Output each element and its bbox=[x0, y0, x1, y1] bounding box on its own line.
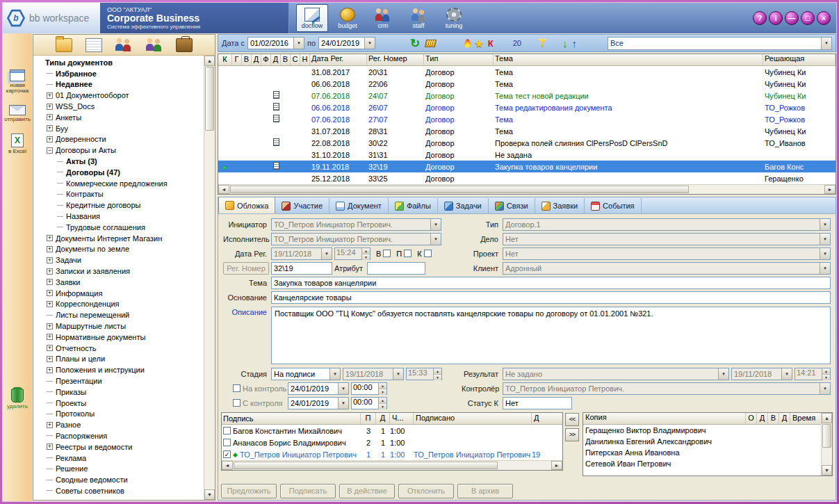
flag-column-header[interactable]: Д bbox=[252, 54, 261, 65]
tree-item[interactable]: Трудовые соглашения bbox=[33, 222, 204, 233]
flag-column-header[interactable]: В bbox=[242, 54, 252, 65]
regdate-picker[interactable]: 19/11/2018 ▼ bbox=[271, 247, 332, 260]
scroll-thumb[interactable] bbox=[822, 424, 831, 448]
scope-select[interactable]: Все ▼ bbox=[608, 37, 832, 50]
oncontrol-checkbox[interactable] bbox=[233, 384, 241, 392]
expand-plus-icon[interactable]: + bbox=[47, 92, 53, 99]
module-crm[interactable]: crm bbox=[367, 4, 399, 32]
scroll-down-icon[interactable]: ▼ bbox=[822, 465, 832, 475]
k-filter-icon[interactable] bbox=[488, 39, 494, 48]
regnum-button[interactable]: Рег. Номер bbox=[223, 262, 269, 275]
dropdown-arrow-icon[interactable]: ▼ bbox=[820, 234, 830, 245]
info-button[interactable]: i bbox=[769, 11, 783, 25]
stage-date-picker[interactable]: 19/11/2018 ▼ bbox=[343, 368, 404, 380]
tree-item[interactable]: +Положения и инструкции bbox=[33, 364, 204, 375]
expand-plus-icon[interactable]: + bbox=[47, 444, 53, 450]
spinner-arrows-icon[interactable]: ▲▼ bbox=[378, 383, 386, 394]
refresh-icon[interactable] bbox=[410, 38, 420, 49]
scroll-thumb[interactable] bbox=[230, 186, 689, 193]
document-row[interactable]: 07.06.201827\07ДоговорТемаТО_Рожков bbox=[218, 113, 836, 125]
tree-item[interactable]: Акты (3) bbox=[33, 156, 204, 167]
scroll-right-icon[interactable]: ► bbox=[551, 461, 562, 470]
expand-plus-icon[interactable]: + bbox=[47, 235, 53, 241]
dropdown-arrow-icon[interactable]: ▼ bbox=[820, 219, 830, 230]
dropdown-arrow-icon[interactable]: ▼ bbox=[820, 383, 830, 394]
spinner-arrows-icon[interactable]: ▲▼ bbox=[433, 368, 441, 380]
tree-item[interactable]: +WSS_Docs bbox=[33, 101, 204, 112]
tree-item[interactable]: Типы документов bbox=[33, 57, 204, 68]
tree-item[interactable]: Проекты bbox=[33, 398, 204, 409]
copy-column-header[interactable]: Д bbox=[779, 413, 790, 424]
description-field[interactable]: Поставщик ООО "ТЦ Комус" обязуется поста… bbox=[271, 307, 831, 364]
copy-column-header[interactable]: О bbox=[746, 413, 757, 424]
expand-plus-icon[interactable]: + bbox=[47, 356, 53, 362]
tree-item[interactable]: +Записки и заявления bbox=[33, 266, 204, 277]
tree-item[interactable]: Названия bbox=[33, 211, 204, 222]
offcontrol-time-spinner[interactable]: 00:00 ▲▼ bbox=[351, 397, 387, 409]
tree-item[interactable]: +Корреспонденция bbox=[33, 299, 204, 310]
delete-button[interactable]: удалить bbox=[3, 389, 31, 409]
flag-column-header[interactable]: Н bbox=[300, 54, 310, 65]
date-to-field[interactable]: 24/01/2019 ▼ bbox=[318, 37, 375, 49]
dropdown-arrow-icon[interactable]: ▼ bbox=[820, 248, 830, 259]
copy-row[interactable]: Сетевой Иван Петрович bbox=[583, 458, 821, 469]
p-flag-checkbox[interactable] bbox=[404, 250, 412, 257]
column-header[interactable]: Дата Рег. bbox=[310, 54, 367, 65]
column-header[interactable]: Тема bbox=[494, 54, 763, 65]
expand-plus-icon[interactable]: + bbox=[47, 345, 53, 351]
dropdown-arrow-icon[interactable]: ▼ bbox=[338, 398, 348, 409]
copy-row[interactable]: Данилинка Евгений Александрович bbox=[583, 436, 821, 447]
tree-item[interactable]: +Документы Интернет Магазин bbox=[33, 233, 204, 244]
theme-field[interactable]: Закупка товаров канцелярии bbox=[271, 277, 831, 289]
tree-item[interactable]: Презентации bbox=[33, 375, 204, 387]
sign-column-header[interactable]: Подписано bbox=[414, 413, 532, 424]
sign-column-header[interactable]: Ч... bbox=[390, 413, 414, 424]
notes-icon[interactable] bbox=[85, 38, 102, 52]
result-select[interactable]: Не задано ▼ bbox=[503, 368, 729, 380]
oncontrol-date-picker[interactable]: 24/01/2019 ▼ bbox=[288, 382, 349, 395]
type-select[interactable]: Договор.1 ▼ bbox=[503, 218, 831, 231]
sign-column-header[interactable]: П bbox=[361, 413, 376, 424]
column-header[interactable]: Решающая bbox=[763, 54, 836, 65]
tree-item[interactable]: Советы советников bbox=[33, 485, 204, 496]
tree-item[interactable]: +Отчетность bbox=[33, 343, 204, 354]
flag-column-header[interactable]: К bbox=[218, 54, 232, 65]
activate-button[interactable]: В действие bbox=[339, 484, 395, 498]
copy-row[interactable]: Питерская Анна Ивановна bbox=[583, 447, 821, 458]
meeting-icon[interactable] bbox=[146, 38, 163, 52]
dropdown-arrow-icon[interactable]: ▼ bbox=[364, 38, 375, 49]
tree-item[interactable]: Распоряжения bbox=[33, 430, 204, 441]
spinner-arrows-icon[interactable]: ▲▼ bbox=[378, 398, 386, 409]
dropdown-arrow-icon[interactable]: ▼ bbox=[321, 248, 332, 259]
tree-item[interactable]: Коммерческие предложения bbox=[33, 178, 204, 189]
tab-cover[interactable]: Обложка bbox=[218, 197, 275, 213]
scroll-left-icon[interactable]: ◄ bbox=[222, 461, 233, 470]
expand-plus-icon[interactable]: + bbox=[47, 301, 53, 307]
offcontrol-checkbox[interactable] bbox=[233, 399, 241, 407]
tree-item[interactable]: +Задачи bbox=[33, 254, 204, 266]
tab-requests[interactable]: Заявки bbox=[535, 198, 585, 213]
oncontrol-time-spinner[interactable]: 00:00 ▲▼ bbox=[351, 382, 387, 395]
document-row[interactable]: 06.06.201826\07ДоговорТема редактировани… bbox=[218, 101, 836, 113]
document-row[interactable]: ►19.11.201832\19ДоговорЗакупка товаров к… bbox=[218, 161, 836, 172]
reject-button[interactable]: Отклонить bbox=[398, 484, 454, 498]
copy-right-button[interactable]: >> bbox=[565, 428, 579, 441]
copy-column-header[interactable]: Копия bbox=[583, 413, 746, 424]
help-button[interactable]: ? bbox=[753, 11, 767, 25]
excel-button[interactable]: в Excel bbox=[3, 133, 31, 154]
scroll-right-icon[interactable]: ► bbox=[824, 185, 836, 194]
dropdown-arrow-icon[interactable]: ▼ bbox=[430, 234, 441, 245]
copy-column-header[interactable]: Время bbox=[790, 413, 821, 424]
sign-column-header[interactable]: Подпись bbox=[222, 413, 361, 424]
tree-item[interactable]: +Буу bbox=[33, 123, 204, 134]
expand-plus-icon[interactable]: + bbox=[47, 114, 53, 120]
flag-column-header[interactable]: С bbox=[291, 54, 300, 65]
tree-item[interactable]: +Планы и цели bbox=[33, 354, 204, 365]
copy-row[interactable]: Геращенко Виктор Владимирович bbox=[583, 425, 821, 436]
module-tuning[interactable]: tuning bbox=[438, 4, 470, 32]
project-select[interactable]: Нет ▼ bbox=[503, 247, 831, 260]
sign-button[interactable]: Подписать bbox=[280, 484, 336, 498]
dropdown-arrow-icon[interactable]: ▼ bbox=[718, 368, 728, 380]
dropdown-arrow-icon[interactable]: ▼ bbox=[293, 38, 304, 49]
signature-checkbox[interactable] bbox=[223, 427, 231, 434]
